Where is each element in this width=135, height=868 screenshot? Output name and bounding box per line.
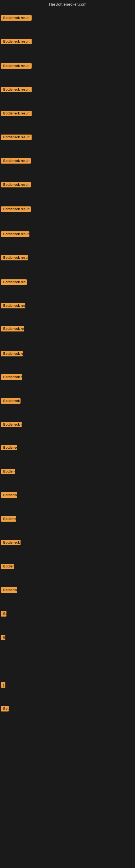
result-row: Bottleneck re bbox=[1, 540, 20, 546]
result-row: Bottleneck result bbox=[1, 39, 32, 45]
result-row: Bottleneck result bbox=[1, 255, 28, 261]
result-row: Bottleneck result bbox=[1, 15, 32, 22]
result-row: Bottleneck result bbox=[1, 158, 31, 165]
result-row: | bbox=[1, 682, 5, 689]
result-row: Bott bbox=[1, 706, 9, 713]
result-row: Bottleneck result bbox=[1, 207, 31, 213]
result-row: Bottleneck bbox=[1, 587, 17, 594]
result-row: Bo bbox=[1, 611, 6, 618]
bottleneck-result-label[interactable]: Bottleneck result bbox=[1, 63, 32, 69]
bottleneck-result-label[interactable]: Bottleneck result bbox=[1, 303, 26, 308]
bottleneck-result-label[interactable]: Bottleneck result bbox=[1, 326, 24, 332]
bottleneck-result-label[interactable]: Bottleneck result bbox=[1, 158, 31, 163]
result-row: Bottlene bbox=[1, 469, 15, 475]
bottleneck-result-label[interactable]: Bottleneck re bbox=[1, 398, 20, 404]
bottleneck-result-label[interactable]: Bottlenec bbox=[1, 516, 16, 522]
result-row: Bottleneck result bbox=[1, 279, 27, 286]
result-row: Bottlen bbox=[1, 564, 14, 570]
bottleneck-result-label[interactable]: Bottleneck result bbox=[1, 111, 32, 116]
bottleneck-result-label[interactable]: Bott bbox=[1, 706, 9, 712]
bottleneck-result-label[interactable]: Bo bbox=[1, 611, 6, 617]
result-row: Bottleneck result bbox=[1, 231, 30, 238]
bottleneck-result-label[interactable]: Bottleneck result bbox=[1, 374, 22, 380]
result-row: Bottleneck result bbox=[1, 303, 26, 310]
result-row: Bottleneck result bbox=[1, 182, 31, 188]
bottleneck-result-label[interactable]: Bottleneck result bbox=[1, 231, 30, 237]
bottleneck-result-label[interactable]: Bottleneck result bbox=[1, 15, 32, 21]
bottleneck-result-label[interactable]: Bottlen bbox=[1, 564, 14, 569]
bottleneck-result-label[interactable]: B bbox=[1, 635, 5, 640]
bottleneck-result-label[interactable]: Bottleneck result bbox=[1, 182, 31, 187]
result-row: Bottleneck resul bbox=[1, 422, 21, 428]
bottleneck-result-label[interactable]: Bottleneck result bbox=[1, 255, 28, 260]
result-row: Bottleneck bbox=[1, 445, 17, 452]
bottleneck-result-label[interactable]: Bottleneck bbox=[1, 492, 17, 498]
result-row: Bottleneck re bbox=[1, 398, 20, 405]
bottleneck-result-label[interactable]: Bottleneck result bbox=[1, 351, 23, 356]
bottleneck-result-label[interactable]: Bottleneck result bbox=[1, 87, 32, 92]
bottleneck-result-label[interactable]: Bottleneck re bbox=[1, 540, 20, 545]
bottleneck-result-label[interactable]: Bottleneck result bbox=[1, 207, 31, 212]
bottleneck-result-label[interactable]: | bbox=[1, 682, 5, 688]
result-row: Bottleneck bbox=[1, 492, 17, 499]
bottleneck-result-label[interactable]: Bottleneck bbox=[1, 445, 17, 450]
result-row: B bbox=[1, 635, 5, 641]
bottleneck-result-label[interactable]: Bottleneck result bbox=[1, 279, 27, 285]
bottleneck-result-label[interactable]: Bottlene bbox=[1, 469, 15, 474]
site-title: TheBottlenecker.com bbox=[48, 2, 86, 6]
site-header: TheBottlenecker.com bbox=[0, 0, 135, 8]
result-row: Bottleneck result bbox=[1, 326, 24, 333]
result-row: Bottlenec bbox=[1, 516, 16, 523]
result-row: Bottleneck result bbox=[1, 63, 32, 70]
bottleneck-result-label[interactable]: Bottleneck result bbox=[1, 39, 32, 44]
result-row: Bottleneck result bbox=[1, 134, 32, 141]
result-row: Bottleneck result bbox=[1, 374, 22, 381]
bottleneck-result-label[interactable]: Bottleneck result bbox=[1, 134, 32, 140]
bottleneck-result-label[interactable]: Bottleneck bbox=[1, 587, 17, 593]
result-row: Bottleneck result bbox=[1, 351, 23, 358]
bottleneck-result-label[interactable]: Bottleneck resul bbox=[1, 422, 21, 427]
result-row: Bottleneck result bbox=[1, 87, 32, 93]
result-row: Bottleneck result bbox=[1, 111, 32, 117]
